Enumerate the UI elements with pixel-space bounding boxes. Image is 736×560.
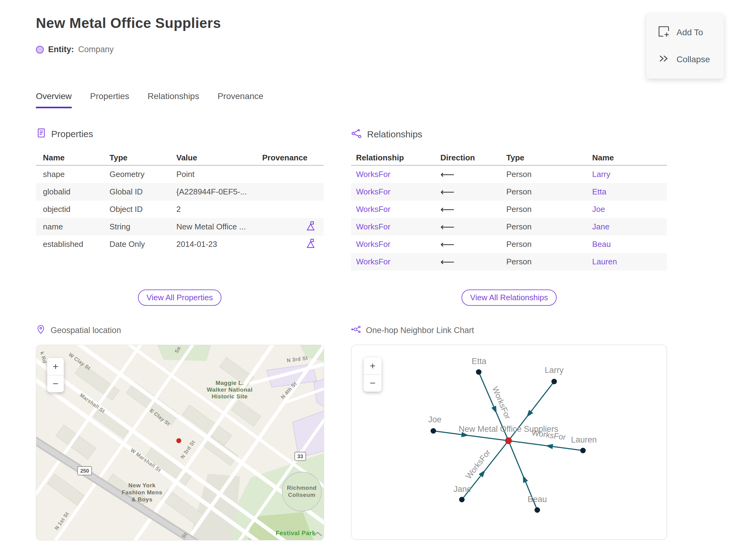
entity-name-link[interactable]: Larry	[592, 170, 667, 179]
edge-label: WorksFor	[464, 448, 493, 481]
edge-arrowhead	[491, 406, 496, 413]
map-zoom-control: + −	[47, 358, 64, 392]
entity-name-link[interactable]: Joe	[592, 205, 667, 214]
properties-section-title: Properties	[51, 129, 93, 139]
column-header: Relationship	[351, 153, 440, 163]
property-value: 2	[176, 205, 262, 214]
tab-properties[interactable]: Properties	[90, 91, 129, 108]
map-pin-icon	[36, 324, 46, 336]
node-jane[interactable]	[459, 497, 465, 502]
tab-relationships[interactable]: Relationships	[148, 91, 199, 108]
relationship-type-link[interactable]: WorksFor	[351, 170, 440, 179]
properties-section-header: Properties	[36, 128, 93, 140]
entity-type-cell: Person	[506, 257, 592, 267]
chart-zoom-control: + −	[364, 357, 381, 392]
map-zoom-out-button[interactable]: −	[47, 375, 64, 392]
relationships-icon	[351, 128, 362, 141]
node-label-etta: Etta	[472, 357, 487, 366]
tab-overview[interactable]: Overview	[36, 91, 72, 108]
property-value: 2014-01-23	[176, 240, 262, 249]
collapse-label: Collapse	[677, 55, 710, 64]
entity-type-cell: Person	[506, 187, 592, 197]
property-value: New Metal Office ...	[176, 222, 262, 232]
geospatial-map[interactable]: k RdW Clay StSaN 3rd StN 4th StE Clay St…	[36, 345, 324, 540]
column-header: Type	[109, 153, 176, 163]
property-row: shapeGeometryPoint	[36, 166, 324, 183]
relationships-table-header: RelationshipDirectionTypeName	[351, 150, 667, 166]
node-etta[interactable]	[476, 369, 481, 375]
node-label-larry: Larry	[545, 366, 564, 375]
property-value: Point	[176, 170, 262, 179]
entity-name-link[interactable]: Beau	[592, 240, 667, 249]
properties-table: NameTypeValueProvenance shapeGeometryPoi…	[36, 150, 324, 253]
property-value: {A228944F-0EF5-...	[176, 187, 262, 197]
property-name: established	[36, 240, 109, 249]
view-all-properties-button[interactable]: View All Properties	[138, 290, 221, 306]
direction-arrow: ⟵	[440, 239, 506, 250]
edge-arrowhead	[523, 475, 528, 483]
node-label-beau: Beau	[527, 495, 547, 504]
property-row: nameStringNew Metal Office ...	[36, 218, 324, 236]
entity-type-cell: Person	[506, 240, 592, 249]
relationship-row: WorksFor⟵PersonBeau	[351, 236, 667, 253]
relationship-type-link[interactable]: WorksFor	[351, 222, 440, 232]
entity-type-cell: Person	[506, 205, 592, 214]
map-zoom-in-button[interactable]: +	[47, 358, 64, 375]
entity-name-link[interactable]: Lauren	[592, 257, 667, 267]
node-label-company: New Metal Office Suppliers	[458, 424, 558, 434]
property-provenance-cell[interactable]	[262, 221, 324, 233]
provenance-flag-icon[interactable]	[306, 238, 316, 251]
edge-label: WorksFor	[491, 385, 513, 420]
collapse-button[interactable]: Collapse	[657, 52, 724, 67]
relationship-type-link[interactable]: WorksFor	[351, 205, 440, 214]
view-all-relationships-button[interactable]: View All Relationships	[462, 290, 557, 306]
direction-arrow: ⟵	[440, 256, 506, 268]
add-to-button[interactable]: Add To	[657, 25, 724, 40]
property-type: Object ID	[109, 205, 176, 214]
node-company[interactable]	[505, 437, 512, 444]
property-provenance-cell[interactable]	[262, 238, 324, 251]
edge-arrowhead	[527, 410, 533, 417]
column-header: Name	[36, 153, 109, 163]
node-joe[interactable]	[431, 428, 436, 434]
property-type: Date Only	[109, 240, 176, 249]
relationship-type-link[interactable]: WorksFor	[351, 187, 440, 197]
node-label-lauren: Lauren	[571, 435, 597, 444]
relationships-section-header: Relationships	[351, 128, 422, 141]
property-type: Global ID	[109, 187, 176, 197]
node-lauren[interactable]	[580, 448, 586, 453]
chart-zoom-out-button[interactable]: −	[364, 374, 381, 392]
relationships-table: RelationshipDirectionTypeName WorksFor⟵P…	[351, 150, 667, 270]
geospatial-section-header: Geospatial location	[36, 324, 121, 336]
direction-arrow: ⟵	[440, 204, 506, 215]
column-header: Direction	[440, 153, 506, 163]
relationship-type-link[interactable]: WorksFor	[351, 240, 440, 249]
property-row: globalidGlobal ID{A228944F-0EF5-...	[36, 183, 324, 201]
column-header: Name	[592, 153, 667, 163]
relationship-row: WorksFor⟵PersonEtta	[351, 183, 667, 201]
relationship-row: WorksFor⟵PersonJoe	[351, 201, 667, 218]
node-beau[interactable]	[535, 507, 540, 513]
entity-name-link[interactable]: Etta	[592, 187, 667, 197]
properties-icon	[36, 128, 46, 140]
relationship-row: WorksFor⟵PersonJane	[351, 218, 667, 236]
chart-zoom-in-button[interactable]: +	[364, 357, 381, 374]
column-header: Provenance	[262, 153, 324, 163]
direction-arrow: ⟵	[440, 186, 506, 198]
relationship-row: WorksFor⟵PersonLarry	[351, 166, 667, 183]
add-to-icon	[657, 25, 670, 40]
column-header: Value	[176, 153, 262, 163]
double-chevron-right-icon	[657, 52, 670, 67]
page-title: New Metal Office Suppliers	[36, 15, 221, 31]
properties-table-header: NameTypeValueProvenance	[36, 150, 324, 166]
entity-name-link[interactable]: Jane	[592, 222, 667, 232]
tab-bar: OverviewPropertiesRelationshipsProvenanc…	[36, 91, 263, 108]
relationship-type-link[interactable]: WorksFor	[351, 257, 440, 267]
node-larry[interactable]	[551, 379, 557, 384]
provenance-flag-icon[interactable]	[306, 221, 316, 233]
tab-provenance[interactable]: Provenance	[217, 91, 263, 108]
entity-type-cell: Person	[506, 170, 592, 179]
column-header: Type	[506, 153, 592, 163]
one-hop-link-chart[interactable]: WorksForWorksForWorksForNew Metal Office…	[351, 345, 667, 540]
entity-type-icon	[36, 46, 44, 54]
